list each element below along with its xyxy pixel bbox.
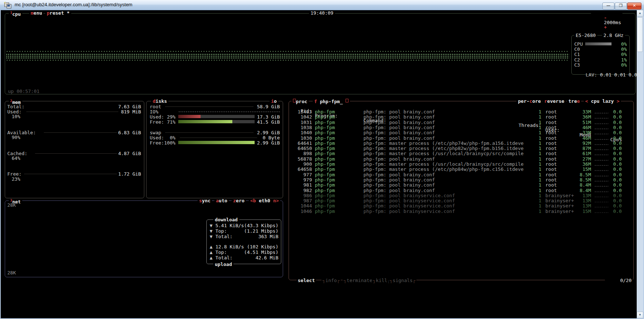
process-row[interactable]: 1038php-fpmphp-fpm: pool brainy.conf1roo… — [0, 125, 644, 130]
net-download-spike — [202, 232, 204, 236]
process-row[interactable]: 64641php-fpmphp-fpm: master process (/et… — [0, 141, 644, 146]
process-row[interactable]: 987php-fpmphp-fpm: pool brainyservice.co… — [0, 198, 644, 203]
tree-toggle[interactable]: tree — [567, 99, 581, 104]
process-row[interactable]: 64658php-fpmphp-fpm: master process (/et… — [0, 167, 644, 172]
process-prog: php-fpm — [315, 125, 335, 130]
select-action[interactable]: select — [297, 278, 316, 283]
process-row[interactable]: 1042php-fpmphp-fpm: pool brainy.conf1roo… — [0, 115, 644, 120]
proc-box-title[interactable]: proc — [291, 99, 309, 104]
process-pid: 977 — [285, 172, 312, 177]
process-row[interactable]: 56878php-fpmphp-fpm: pool brainy.conf1ro… — [0, 157, 644, 162]
info-action[interactable]: ┐info┌ — [321, 278, 341, 283]
process-row[interactable]: 900php-fpmphp-fpm: master process (/usr/… — [0, 162, 644, 167]
proc-filter-input[interactable]: f php-fpm_ — [313, 99, 350, 104]
net-upload-block — [7, 260, 84, 269]
process-cpu: 0.0 — [602, 125, 622, 130]
process-row[interactable]: 1044php-fpmphp-fpm: pool brainyservice.c… — [0, 203, 644, 209]
process-row[interactable]: 64650php-fpmphp-fpm: master process (/et… — [0, 146, 644, 151]
process-memb: 46M — [563, 125, 591, 130]
process-prog: php-fpm — [315, 203, 335, 208]
sort-selector[interactable]: < cpu lazy > — [584, 99, 621, 104]
process-mem-meter — [594, 206, 608, 207]
process-memb: 46M — [563, 136, 591, 140]
close-button[interactable]: ✕ — [627, 3, 641, 10]
process-cmd: php-fpm: pool brainyservice.conf — [363, 203, 455, 208]
process-cmd: php-fpm: pool brainy.conf — [363, 120, 435, 125]
per-core-toggle[interactable]: per-core — [517, 99, 542, 104]
cpu-model: E5-2680 — [574, 33, 597, 38]
process-prog: php-fpm — [315, 157, 335, 161]
reverse-toggle[interactable]: reverse — [543, 99, 566, 104]
process-thr: 1 — [504, 151, 541, 156]
preset-button[interactable]: preset * — [45, 11, 71, 15]
core-label: C1 — [574, 52, 580, 57]
process-prog: php-fpm — [315, 193, 335, 198]
process-cpu: 0.0 — [602, 203, 622, 208]
process-memb: 36M — [563, 162, 591, 166]
process-mem-meter — [594, 180, 608, 181]
process-mem-meter — [594, 160, 608, 161]
cpu-box-title[interactable]: 1cpu — [9, 11, 22, 16]
process-cmd: php-fpm: pool brainy.conf — [363, 188, 435, 193]
process-pid: 15483 — [285, 109, 312, 114]
process-mem-meter — [594, 191, 608, 192]
putty-app-icon: ⚡ — [4, 2, 11, 8]
net-download-spike — [20, 233, 22, 236]
terminate-action[interactable]: ┐terminate┌ — [343, 278, 376, 283]
process-row[interactable]: 981php-fpmphp-fpm: pool brainy.conf1root… — [0, 183, 644, 188]
process-row[interactable]: 15483php-fpmphp-fpm: pool brainy.conf1ro… — [0, 109, 644, 115]
window-titlebar[interactable]: ⚡ mc [root@ub24.itdeveloper.com.ua]:/lib… — [0, 0, 644, 10]
clock: 19:40:09 — [309, 11, 335, 15]
disks-io-toggle[interactable]: io — [270, 99, 278, 104]
process-pid: 64641 — [285, 141, 312, 146]
process-prog: php-fpm — [315, 162, 335, 166]
process-cmd: php-fpm: pool brainy.conf — [363, 125, 435, 130]
scrollbar-down-icon[interactable]: ▼ — [637, 312, 643, 318]
process-pid: 1042 — [285, 115, 312, 119]
process-memb: 8.4M — [563, 183, 591, 187]
core-label: CPU — [574, 42, 583, 46]
process-mem-meter — [594, 154, 608, 155]
net-download-spike — [88, 232, 90, 236]
process-row[interactable]: 1040php-fpmphp-fpm: pool brainy.conf1roo… — [0, 130, 644, 135]
process-row[interactable]: 979php-fpmphp-fpm: pool brainy.conf1root… — [0, 177, 644, 183]
minimize-button[interactable]: — — [602, 3, 614, 10]
download-title: download — [213, 217, 239, 222]
process-row[interactable]: 1031php-fpmphp-fpm: pool brainy.conf1roo… — [0, 120, 644, 125]
process-prog: php-fpm — [315, 209, 335, 214]
process-cpu: 0.0 — [602, 188, 622, 193]
process-usr: root — [545, 125, 557, 130]
process-thr: 1 — [504, 209, 541, 214]
process-pid: 981 — [285, 183, 312, 187]
process-cmd: php-fpm: master process (/usr/local/brai… — [363, 151, 523, 156]
process-row[interactable]: 977php-fpmphp-fpm: pool brainy.conf1root… — [0, 172, 644, 177]
process-mem-meter — [594, 139, 608, 140]
core-row: CPU0% — [0, 42, 644, 47]
scrollbar-up-icon[interactable]: ▲ — [637, 10, 643, 16]
upload-total-row: ▲ Total:42.6 MiB — [210, 255, 278, 260]
menu-button[interactable]: menu — [29, 11, 43, 15]
cpu-freq: 2.8 GHz — [602, 33, 625, 38]
process-memb: 51M — [563, 120, 591, 125]
process-mem-meter — [594, 185, 608, 187]
interval-plus-button[interactable]: + — [604, 25, 607, 30]
process-row[interactable]: 1046php-fpmphp-fpm: pool brainyservice.c… — [0, 209, 644, 214]
signals-action[interactable]: ┐signals┌ — [389, 278, 416, 283]
process-thr: 1 — [504, 125, 541, 130]
net-download-spike — [69, 233, 71, 236]
maximize-button[interactable]: ❐ — [615, 3, 627, 10]
process-thr: 1 — [504, 177, 541, 182]
process-row[interactable]: 986php-fpmphp-fpm: pool brainyservice.co… — [0, 193, 644, 198]
process-cmd: php-fpm: pool brainy.conf — [363, 109, 435, 114]
process-row[interactable]: 982php-fpmphp-fpm: pool brainy.conf1root… — [0, 188, 644, 193]
process-pid: 56878 — [285, 157, 312, 161]
process-cmd: php-fpm: pool brainy.conf — [363, 183, 435, 187]
process-thr: 1 — [504, 109, 541, 114]
process-row[interactable]: 1030php-fpmphp-fpm: pool brainy.conf1roo… — [0, 136, 644, 141]
minimize-icon: — — [603, 3, 614, 8]
net-download-spike — [75, 228, 77, 236]
filter-clear-icon[interactable] — [346, 99, 348, 102]
load-average: LAV: 0.01 0.01 0.05 — [574, 68, 640, 82]
process-thr: 1 — [504, 136, 541, 140]
process-row[interactable]: 898php-fpmphp-fpm: master process (/usr/… — [0, 151, 644, 156]
